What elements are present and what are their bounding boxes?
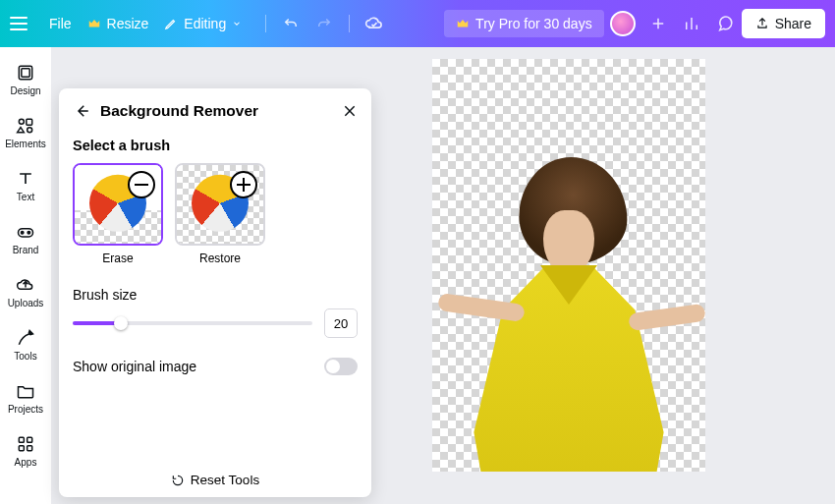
sidebar-item-tools[interactable]: Tools [0, 318, 51, 369]
design-canvas[interactable] [432, 59, 705, 472]
brush-option-restore[interactable]: Restore [175, 163, 265, 265]
text-icon [15, 168, 36, 190]
menu-hamburger-icon[interactable] [10, 11, 35, 36]
share-button[interactable]: Share [742, 9, 825, 38]
add-member-icon[interactable] [647, 13, 669, 34]
reset-icon [171, 474, 185, 487]
show-original-label: Show original image [73, 359, 196, 374]
divider [265, 15, 266, 32]
svg-point-6 [21, 231, 24, 234]
crown-icon [456, 17, 470, 30]
projects-icon [15, 380, 36, 402]
sidebar-item-design[interactable]: Design [0, 53, 51, 104]
pencil-icon [164, 17, 178, 30]
chevron-down-icon [232, 19, 242, 28]
uploads-icon [15, 274, 36, 296]
brush-erase-label: Erase [73, 252, 163, 265]
svg-rect-9 [28, 437, 32, 442]
comment-icon[interactable] [714, 13, 736, 34]
redo-button[interactable] [313, 13, 335, 34]
sidebar-rail: Design Elements Text Brand Uploads Tools… [0, 47, 51, 504]
elements-icon [15, 115, 36, 137]
apps-icon [15, 433, 36, 455]
sidebar-item-uploads[interactable]: Uploads [0, 265, 51, 316]
svg-rect-3 [27, 119, 32, 125]
back-arrow-icon[interactable] [73, 102, 90, 120]
close-icon[interactable] [342, 103, 358, 119]
sidebar-item-brand[interactable]: Brand [0, 212, 51, 263]
svg-rect-8 [19, 437, 24, 442]
tools-icon [15, 327, 36, 349]
reset-tools-button[interactable]: Reset Tools [171, 473, 259, 487]
cloud-sync-icon[interactable] [363, 13, 385, 34]
canvas-area: Background Remover Select a brush Erase … [51, 47, 835, 504]
select-brush-heading: Select a brush [73, 138, 358, 153]
brush-option-erase[interactable]: Erase [73, 163, 163, 265]
slider-thumb[interactable] [114, 316, 128, 330]
svg-point-2 [19, 119, 24, 124]
svg-point-7 [28, 231, 30, 234]
subject-image [432, 183, 705, 472]
brush-size-slider[interactable] [73, 321, 312, 325]
svg-point-4 [28, 127, 32, 132]
sidebar-item-projects[interactable]: Projects [0, 371, 51, 422]
plus-icon [230, 171, 257, 198]
svg-rect-10 [19, 445, 24, 450]
file-menu[interactable]: File [49, 16, 72, 31]
sidebar-item-text[interactable]: Text [0, 159, 51, 210]
try-pro-button[interactable]: Try Pro for 30 days [444, 10, 604, 37]
undo-button[interactable] [280, 13, 302, 34]
crown-icon [87, 17, 101, 30]
background-remover-panel: Background Remover Select a brush Erase … [59, 88, 371, 497]
resize-button[interactable]: Resize [87, 16, 149, 31]
insights-icon[interactable] [681, 13, 702, 34]
brand-icon [15, 221, 36, 243]
upload-icon [755, 17, 769, 30]
svg-rect-11 [28, 445, 32, 450]
design-icon [15, 62, 36, 84]
minus-icon [128, 171, 155, 198]
brush-restore-label: Restore [175, 252, 265, 265]
editing-dropdown[interactable]: Editing [164, 16, 242, 31]
top-toolbar: File Resize Editing Try Pro for 30 days … [0, 0, 835, 47]
sidebar-item-elements[interactable]: Elements [0, 106, 51, 157]
divider [349, 15, 350, 32]
brush-size-value[interactable]: 20 [324, 308, 358, 338]
show-original-toggle[interactable] [324, 358, 358, 375]
panel-title: Background Remover [100, 102, 332, 120]
user-avatar[interactable] [610, 11, 636, 36]
svg-rect-1 [22, 68, 29, 76]
sidebar-item-apps[interactable]: Apps [0, 424, 51, 476]
brush-size-label: Brush size [73, 287, 358, 303]
